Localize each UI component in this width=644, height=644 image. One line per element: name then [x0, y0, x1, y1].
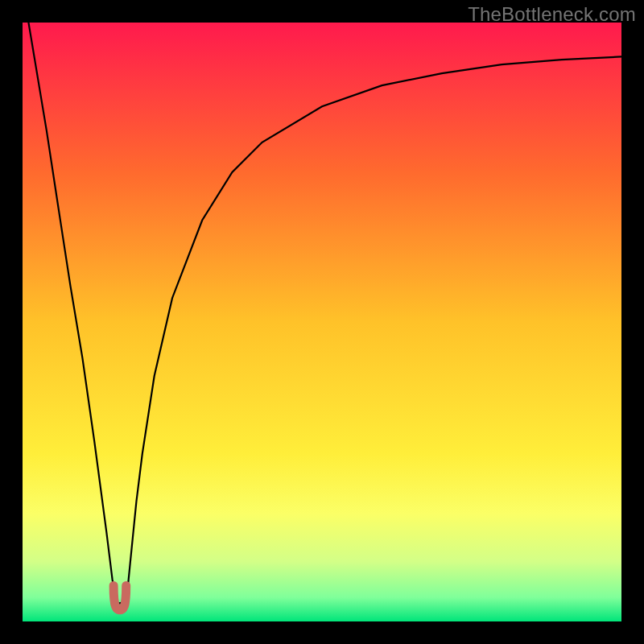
bottleneck-curve [23, 23, 621, 621]
chart-container: TheBottleneck.com [0, 0, 644, 644]
attribution-label: TheBottleneck.com [468, 3, 636, 26]
plot-area [23, 23, 621, 621]
